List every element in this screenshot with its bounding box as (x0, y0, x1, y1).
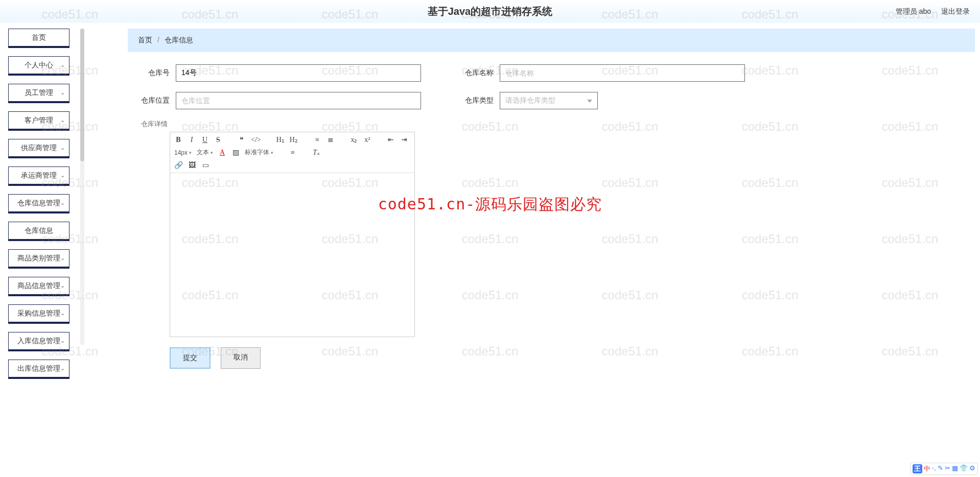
breadcrumb-home[interactable]: 首页 (138, 36, 152, 44)
app-title: 基于Java的超市进销存系统 (428, 5, 553, 18)
sidebar-item-purchase[interactable]: 采购信息管理⌄ (8, 304, 69, 324)
cancel-button[interactable]: 取消 (221, 347, 261, 369)
ime-grid-icon[interactable]: ▦ (952, 464, 958, 473)
underline-icon[interactable]: U (201, 136, 209, 144)
breadcrumb-current: 仓库信息 (165, 36, 193, 44)
editor-content[interactable] (170, 173, 414, 337)
sidebar-item-label: 员工管理 (25, 88, 53, 98)
chevron-down-icon: ⌄ (60, 255, 65, 261)
sidebar-item-label: 客户管理 (25, 116, 53, 125)
chevron-down-icon: ⌄ (60, 62, 65, 68)
sidebar-item-supplier[interactable]: 供应商管理⌄ (8, 139, 69, 158)
ime-lang-icon[interactable]: 中 (924, 464, 930, 473)
rich-text-editor: B I U S ❝ </> H₁ H₂ ≡ ≣ x₂ x² ⇤ ⇥ (170, 132, 415, 337)
video-icon[interactable]: ▭ (201, 161, 209, 170)
ime-cut-icon[interactable]: ✂ (945, 464, 950, 473)
sidebar-item-label: 承运商管理 (21, 171, 57, 180)
subscript-icon[interactable]: x₂ (350, 135, 358, 144)
sidebar-item-label: 仓库信息 (25, 226, 53, 235)
bold-icon[interactable]: B (174, 136, 182, 144)
strike-icon[interactable]: S (214, 136, 222, 144)
clear-format-icon[interactable]: Tₓ (312, 148, 320, 157)
chevron-down-icon: ⌄ (60, 365, 65, 372)
ime-gear-icon[interactable]: ⚙ (969, 464, 975, 473)
italic-icon[interactable]: I (188, 136, 196, 144)
chevron-down-icon: ⌄ (60, 117, 65, 124)
text-style-select[interactable]: 文本 (197, 148, 213, 157)
chevron-down-icon: ⌄ (60, 89, 65, 96)
bg-color-icon[interactable]: ▨ (231, 148, 240, 157)
superscript-icon[interactable]: x² (363, 136, 371, 144)
chevron-down-icon: ⌄ (60, 338, 65, 344)
sidebar-item-label: 首页 (32, 33, 46, 42)
scrollbar-thumb[interactable] (80, 29, 84, 161)
h1-icon[interactable]: H₁ (276, 135, 285, 144)
align-left-icon[interactable]: ≡ (289, 149, 297, 157)
sidebar-item-warehouse-mgmt[interactable]: 仓库信息管理⌄ (8, 194, 69, 213)
input-warehouse-name[interactable] (500, 64, 745, 82)
font-size-select[interactable]: 14px (174, 149, 192, 156)
chevron-down-icon: ⌄ (60, 145, 65, 151)
ime-icon[interactable]: 王 (913, 464, 922, 473)
font-family-select[interactable]: 标准字体 (245, 148, 273, 157)
breadcrumb-separator: / (157, 36, 159, 44)
breadcrumb: 首页 / 仓库信息 (128, 29, 975, 52)
ime-toolbar[interactable]: 王 中 ◦, ✎ ✂ ▦ 👕 ⚙ (910, 463, 978, 475)
sidebar-item-outbound[interactable]: 出库信息管理⌄ (8, 360, 69, 379)
sidebar-item-label: 供应商管理 (21, 144, 57, 153)
sidebar-item-label: 个人中心 (25, 61, 53, 70)
indent-right-icon[interactable]: ⇥ (400, 135, 408, 144)
sidebar-item-label: 商品信息管理 (17, 281, 60, 291)
sidebar-item-staff[interactable]: 员工管理⌄ (8, 84, 69, 103)
sidebar-item-product-category[interactable]: 商品类别管理⌄ (8, 249, 69, 269)
h2-icon[interactable]: H₂ (290, 135, 298, 144)
sidebar-item-label: 出库信息管理 (17, 364, 60, 373)
editor-toolbar: B I U S ❝ </> H₁ H₂ ≡ ≣ x₂ x² ⇤ ⇥ (170, 132, 414, 173)
link-icon[interactable]: 🔗 (174, 161, 183, 170)
sidebar-item-label: 商品类别管理 (17, 254, 60, 263)
image-icon[interactable]: 🖼 (188, 161, 196, 170)
label-warehouse-no: 仓库号 (138, 68, 176, 78)
chevron-down-icon: ⌄ (60, 282, 65, 289)
ime-edit-icon[interactable]: ✎ (938, 464, 943, 473)
unordered-list-icon[interactable]: ≣ (326, 135, 335, 144)
ordered-list-icon[interactable]: ≡ (313, 136, 321, 144)
sidebar-item-label: 入库信息管理 (17, 337, 60, 346)
ime-punct-icon[interactable]: ◦, (932, 464, 936, 473)
main-content: 首页 / 仓库信息 仓库号 仓库名称 仓库位置 仓库类型 请选择仓库类型 (128, 29, 975, 369)
sidebar-item-warehouse-info[interactable]: 仓库信息 (8, 222, 69, 241)
warehouse-form: 仓库号 仓库名称 仓库位置 仓库类型 请选择仓库类型 仓库详情 B I (128, 52, 975, 369)
current-user-label[interactable]: 管理员 abo (896, 7, 931, 16)
submit-button[interactable]: 提交 (170, 347, 211, 369)
sidebar-nav: 首页 个人中心⌄ 员工管理⌄ 客户管理⌄ 供应商管理⌄ 承运商管理⌄ 仓库信息管… (8, 29, 69, 379)
sidebar-item-product-info[interactable]: 商品信息管理⌄ (8, 277, 69, 296)
sidebar-item-label: 仓库信息管理 (17, 199, 60, 208)
app-header: 基于Java的超市进销存系统 管理员 abo 退出登录 (0, 0, 980, 23)
chevron-down-icon: ⌄ (60, 172, 65, 179)
indent-left-icon[interactable]: ⇤ (387, 135, 395, 144)
font-color-icon[interactable]: A (218, 149, 226, 157)
label-warehouse-location: 仓库位置 (138, 96, 176, 105)
label-warehouse-type: 仓库类型 (462, 96, 500, 105)
sidebar-scrollbar[interactable] (80, 29, 84, 345)
sidebar-item-profile[interactable]: 个人中心⌄ (8, 56, 69, 76)
select-placeholder: 请选择仓库类型 (505, 96, 555, 105)
form-buttons: 提交 取消 (170, 347, 954, 369)
sidebar-item-home[interactable]: 首页 (8, 29, 69, 48)
chevron-down-icon: ⌄ (60, 200, 65, 206)
label-warehouse-detail: 仓库详情 (141, 120, 954, 129)
chevron-down-icon: ⌄ (60, 310, 65, 317)
header-user-area: 管理员 abo 退出登录 (896, 7, 970, 16)
code-icon[interactable]: </> (251, 136, 261, 144)
sidebar-item-carrier[interactable]: 承运商管理⌄ (8, 166, 69, 186)
ime-coat-icon[interactable]: 👕 (960, 464, 968, 473)
sidebar-item-label: 采购信息管理 (17, 309, 60, 318)
logout-link[interactable]: 退出登录 (941, 7, 970, 16)
sidebar-item-inbound[interactable]: 入库信息管理⌄ (8, 332, 69, 351)
label-warehouse-name: 仓库名称 (462, 68, 500, 78)
sidebar-item-customer[interactable]: 客户管理⌄ (8, 111, 69, 131)
quote-icon[interactable]: ❝ (238, 135, 246, 144)
input-warehouse-no[interactable] (176, 64, 421, 82)
input-warehouse-location[interactable] (176, 92, 421, 109)
select-warehouse-type[interactable]: 请选择仓库类型 (500, 92, 598, 109)
